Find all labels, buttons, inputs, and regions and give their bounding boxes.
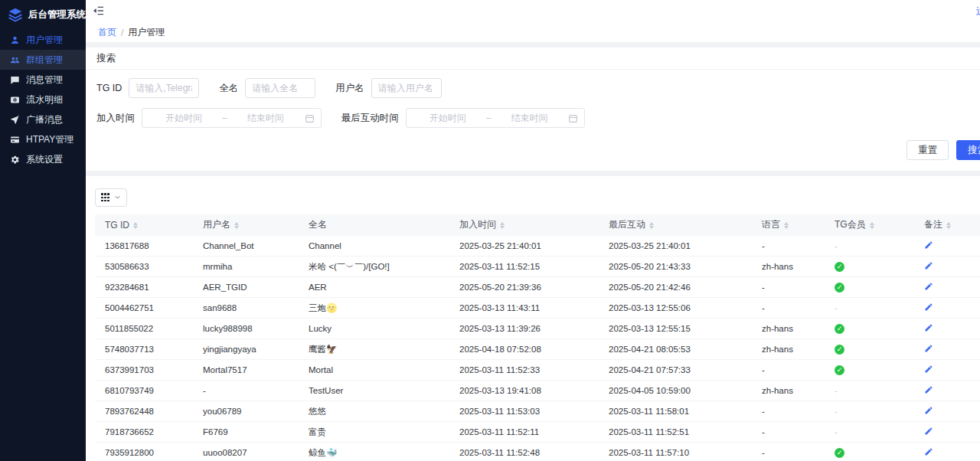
cell-tg-id: 923284681 [95, 277, 193, 298]
full-name-label: 全名 [219, 82, 238, 95]
table-body: 136817688 Channel_Bot Channel 2025-03-25… [95, 236, 980, 461]
cell-member: ✓ [825, 339, 914, 360]
sidebar-collapse-button[interactable] [93, 5, 106, 18]
logout-link[interactable]: 退出 [976, 5, 980, 18]
column-header-username[interactable]: 用户名 [193, 214, 299, 236]
cell-join-time: 2025-03-25 21:40:01 [449, 236, 599, 257]
username-input[interactable] [371, 78, 442, 98]
join-start-input[interactable] [149, 110, 219, 126]
cell-tg-id: 7935912800 [95, 443, 193, 461]
cell-join-time: 2025-03-13 11:43:11 [449, 298, 599, 319]
column-header-member[interactable]: TG会员 [825, 214, 914, 236]
cell-username: uuoo08207 [193, 443, 299, 461]
table-row: 7918736652 F6769 富贵 2025-03-11 11:52:11 … [95, 422, 980, 443]
sort-icon[interactable] [649, 222, 654, 229]
column-header-note[interactable]: 备注 [914, 214, 980, 236]
sidebar-item-label: 流水明细 [26, 93, 63, 106]
cell-username: F6769 [193, 422, 299, 443]
edit-note-icon[interactable] [924, 427, 933, 436]
column-header-tgid[interactable]: TG ID [95, 214, 193, 236]
sidebar-item-broadcast[interactable]: 广播消息 [0, 110, 86, 129]
cell-full-name: 富贵 [299, 422, 449, 443]
edit-note-icon[interactable] [924, 385, 933, 394]
sidebar-item-htpay[interactable]: HTPAY管理 [0, 129, 86, 149]
member-check-icon: ✓ [835, 345, 844, 355]
cell-full-name: Channel [299, 236, 449, 257]
cell-username: Mortal7517 [193, 360, 299, 381]
sidebar-item-label: 用户管理 [26, 34, 63, 47]
table-row: 923284681 AER_TGID AER 2025-05-20 21:39:… [95, 277, 980, 298]
table-row: 7893762448 you06789 悠悠 2025-03-11 11:53:… [95, 401, 980, 422]
calendar-icon [568, 113, 578, 123]
member-check-icon: ✓ [835, 283, 844, 293]
edit-note-icon[interactable] [924, 365, 933, 374]
user-group-icon [10, 55, 20, 65]
sort-icon[interactable] [234, 222, 239, 229]
edit-note-icon[interactable] [924, 344, 933, 353]
last-active-range-picker[interactable]: – [406, 108, 586, 128]
chevron-down-icon [114, 194, 121, 201]
full-name-field: 全名 [219, 78, 315, 98]
sidebar-item-messages[interactable]: 消息管理 [0, 70, 86, 90]
active-start-input[interactable] [413, 110, 483, 126]
sidebar-item-transactions[interactable]: 流水明细 [0, 90, 86, 110]
cell-member: - [825, 381, 914, 401]
main-content: 退出 首页 / 用户管理 搜索 TG ID 全名 用户名 加入时间 [86, 0, 980, 461]
member-check-icon: ✓ [835, 448, 844, 458]
sidebar-item-label: 广播消息 [26, 113, 63, 126]
column-header-language[interactable]: 语言 [752, 214, 825, 236]
cell-language: - [752, 360, 825, 381]
sort-icon[interactable] [946, 222, 951, 229]
full-name-input[interactable] [245, 78, 315, 98]
edit-note-icon[interactable] [924, 261, 933, 270]
cell-member: - [825, 422, 914, 443]
cell-member: - [825, 298, 914, 319]
cell-note [914, 298, 980, 319]
search-button[interactable]: 搜索 [956, 140, 980, 160]
search-text-fields-row: TG ID 全名 用户名 [86, 70, 980, 100]
edit-note-icon[interactable] [924, 302, 933, 312]
column-settings-button[interactable] [95, 188, 127, 207]
sort-icon[interactable] [870, 222, 874, 229]
cell-full-name: 悠悠 [299, 401, 449, 422]
cell-language: zh-hans [752, 381, 825, 401]
last-active-time-field: 最后互动时间 – [341, 108, 586, 128]
cell-last-active: 2025-05-20 21:43:33 [599, 257, 752, 277]
cell-tg-id: 7893762448 [95, 401, 193, 422]
edit-note-icon[interactable] [924, 406, 933, 415]
join-end-input[interactable] [230, 110, 301, 126]
cell-last-active: 2025-04-05 10:59:00 [599, 381, 752, 401]
grid-icon [101, 193, 109, 201]
sidebar-item-groups[interactable]: 群组管理 [0, 50, 86, 70]
cell-username: AER_TGID [193, 277, 299, 298]
edit-note-icon[interactable] [924, 447, 933, 456]
join-time-range-picker[interactable]: – [142, 108, 322, 128]
edit-note-icon[interactable] [924, 323, 933, 332]
transactions-icon [10, 95, 20, 105]
member-check-icon: ✓ [835, 365, 844, 375]
edit-note-icon[interactable] [924, 282, 933, 291]
tg-id-input[interactable] [129, 78, 199, 98]
cell-tg-id: 5748037713 [95, 339, 193, 360]
breadcrumb-home[interactable]: 首页 [98, 26, 116, 39]
column-header-jointime[interactable]: 加入时间 [449, 214, 599, 236]
sidebar-item-users[interactable]: 用户管理 [0, 30, 86, 50]
sort-icon[interactable] [133, 222, 138, 229]
broadcast-icon [10, 115, 20, 125]
sidebar-item-settings[interactable]: 系统设置 [0, 149, 86, 169]
settings-gear-icon [10, 155, 20, 165]
cell-username: mrmiha [193, 257, 299, 277]
column-header-lastactive[interactable]: 最后互动 [599, 214, 752, 236]
cell-last-active: 2025-03-25 21:40:01 [599, 236, 752, 257]
cell-username: - [193, 381, 299, 401]
sort-icon[interactable] [500, 222, 505, 229]
message-icon [10, 75, 20, 85]
sort-icon[interactable] [784, 222, 789, 229]
cell-note [914, 443, 980, 461]
cell-last-active: 2025-05-20 21:42:46 [599, 277, 752, 298]
edit-note-icon[interactable] [924, 240, 933, 250]
reset-button[interactable]: 重置 [906, 140, 949, 160]
active-end-input[interactable] [494, 110, 564, 126]
users-table: TG ID 用户名 全名 加入时间 最后互动 语言 TG会员 备注 136817… [95, 214, 980, 461]
table-row: 5004462751 san9688 三炮🌝 2025-03-13 11:43:… [95, 298, 980, 319]
